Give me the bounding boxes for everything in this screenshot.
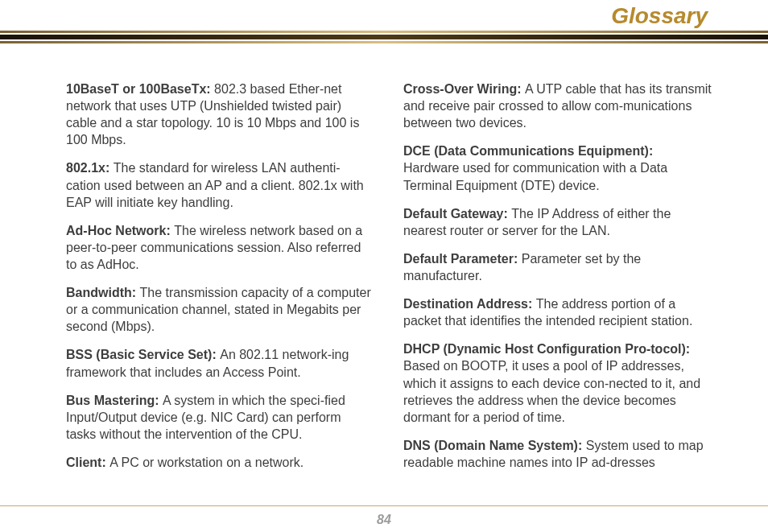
term: Ad-Hoc Network: — [66, 224, 174, 237]
glossary-entry: BSS (Basic Service Set): An 802.11 netwo… — [66, 346, 374, 380]
term: DNS (Domain Name System): — [403, 439, 586, 452]
glossary-entry: Bus Mastering: A system in which the spe… — [66, 392, 374, 443]
term: Default Gateway: — [403, 207, 511, 221]
definition: Hardware used for communication with a D… — [403, 161, 667, 192]
glossary-entry: Default Parameter: Parameter set by the … — [403, 250, 712, 284]
glossary-entry: 802.1x: The standard for wireless LAN au… — [66, 159, 374, 210]
term: BSS (Basic Service Set): — [66, 348, 220, 361]
header-stripes — [0, 31, 768, 43]
term: Destination Address: — [403, 297, 536, 311]
term: Cross-Over Wiring: — [403, 82, 525, 96]
glossary-entry: 10BaseT or 100BaseTx: 802.3 based Ether-… — [66, 80, 374, 148]
page-title: Glossary — [611, 3, 708, 29]
footer-divider — [0, 505, 768, 506]
page-number: 84 — [377, 513, 391, 527]
glossary-entry: Ad-Hoc Network: The wireless network bas… — [66, 222, 374, 273]
glossary-entry: DNS (Domain Name System): System used to… — [403, 437, 712, 471]
right-column: Cross-Over Wiring: A UTP cable that has … — [403, 80, 712, 482]
term: Default Parameter: — [403, 252, 522, 266]
glossary-entry: Client: A PC or workstation on a network… — [66, 454, 374, 471]
glossary-entry: Bandwidth: The transmission capacity of … — [66, 284, 374, 335]
definition: A PC or workstation on a network. — [109, 456, 303, 469]
glossary-entry: Cross-Over Wiring: A UTP cable that has … — [403, 80, 712, 131]
term: DHCP (Dynamic Host Conﬁguration Pro-toco… — [403, 342, 690, 356]
term: Client: — [66, 456, 109, 469]
left-column: 10BaseT or 100BaseTx: 802.3 based Ether-… — [66, 80, 374, 482]
page-header: Glossary — [0, 0, 768, 50]
glossary-entry: Default Gateway: The IP Address of eithe… — [403, 205, 712, 239]
term: Bandwidth: — [66, 286, 140, 299]
term: 802.1x: — [66, 161, 114, 175]
term: 10BaseT or 100BaseTx: — [66, 82, 214, 96]
glossary-entry: DHCP (Dynamic Host Conﬁguration Pro-toco… — [403, 340, 712, 426]
glossary-entry: Destination Address: The address portion… — [403, 295, 712, 329]
glossary-entry: DCE (Data Communications Equipment): Har… — [403, 142, 712, 193]
term: DCE (Data Communications Equipment): — [403, 144, 653, 158]
glossary-content: 10BaseT or 100BaseTx: 802.3 based Ether-… — [0, 50, 768, 482]
definition: Based on BOOTP, it uses a pool of IP add… — [403, 359, 700, 423]
term: Bus Mastering: — [66, 394, 163, 407]
